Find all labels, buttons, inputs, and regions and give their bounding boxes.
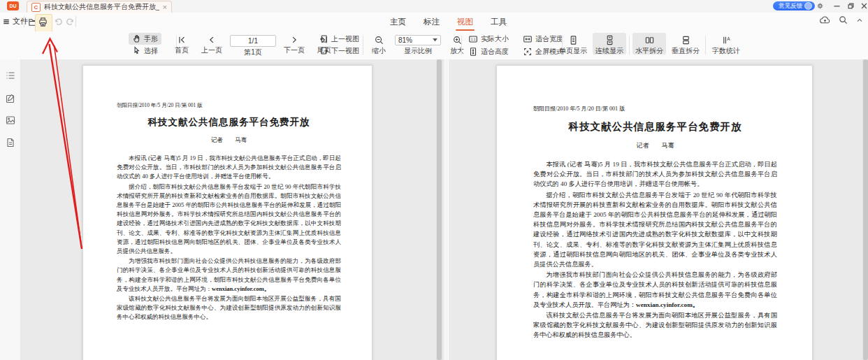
svg-text:A: A [727,36,730,41]
horizontal-split-button[interactable]: 水平拆分 [632,33,666,55]
document-pane-left[interactable]: 朝阳日报/2010 年/5 月/20 日/第 001 版 科技文献公共信息服务平… [21,59,444,360]
fit-width-icon [523,34,533,44]
page-number-input[interactable] [230,35,276,47]
fullscreen-icon [523,47,533,57]
zoom-ratio-control: 81% 显示比例 [391,33,444,55]
horizontal-split-icon [644,35,655,45]
next-page-label: 下一页 [284,47,305,54]
tab-view[interactable]: 视图 [456,14,475,30]
collapse-ribbon-icon[interactable] [855,16,864,24]
prev-view-label: 上一视图 [331,36,359,43]
svg-text:1:1: 1:1 [471,37,476,41]
right-pane-scrollbar[interactable] [862,59,868,360]
scrollbar-thumb[interactable] [863,59,868,360]
tab-home[interactable]: 主页 [389,14,407,30]
annotation-panel-icon[interactable] [5,93,16,104]
left-pane-scrollbar[interactable] [436,59,442,360]
zoom-ratio-value: 81% [398,36,412,44]
article-title: 科技文献公共信息服务平台免费开放 [117,116,341,129]
page-number-control: 第1页 [228,33,278,56]
actual-size-button[interactable]: 1:1 实际大小 [465,33,512,45]
vertical-split-button[interactable]: 垂直拆分 [669,33,702,55]
tab-title: 科技文献公共信息服务平台免费开放_记··· [44,2,159,12]
zoom-ratio-dropdown[interactable]: 81% [395,35,441,45]
word-count-icon: A [721,35,732,45]
hand-tool-button[interactable]: 手形 [129,33,161,45]
search-icon[interactable] [838,15,848,25]
paragraph: 据介绍，朝阳市科技文献公共信息服务平台发端于 20 世纪 90 年代朝阳市科学技… [117,182,341,257]
platform-url: wenxian.cyinfor.com。 [212,285,270,292]
next-view-icon [319,46,328,55]
outline-panel-icon[interactable] [5,70,16,81]
menu-bar: 文件 主页 标注 视图 工具 [0,13,868,31]
paragraph: 为增强我市科技部门面向社会公众提供公共科技信息服务的能力，为各级政府部门的科学决… [533,270,777,310]
pointer-mode-group: 手形 选择 [129,33,161,57]
redo-button[interactable] [63,15,77,29]
tab-close-icon[interactable]: × [163,3,167,11]
page-navigation-group: 首页 上一页 第1页 下一页 尾页 [168,33,338,56]
dateline: 朝阳日报/2010 年/5 月/20 日/第 001 版 [533,105,777,113]
app-logo-icon[interactable]: DU [7,1,19,10]
select-tool-label: 选择 [144,48,158,55]
select-cursor-icon [132,46,141,55]
fit-height-label: 适合高度 [481,48,509,55]
prev-view-button[interactable]: 上一视图 [316,33,363,45]
tab-annotate[interactable]: 标注 [422,14,441,30]
summary-panel-icon[interactable] [5,137,16,148]
chevron-down-icon [433,38,437,42]
actual-size-icon: 1:1 [468,34,478,44]
word-count-label: 字数统计 [712,48,740,55]
settings-gear-icon[interactable] [815,1,825,10]
fit-group: 1:1 实际大小 适合宽度 适合高度 全屏模式 [465,33,567,57]
view-toolbar: 手形 选择 首页 上一页 第1页 [0,31,868,60]
article-title: 科技文献公共信息服务平台免费开放 [533,120,777,134]
continuous-display-button[interactable]: 连续显示 [593,33,626,55]
ribbon-tabs: 主页 标注 视图 工具 [389,13,508,31]
divider [24,16,24,27]
print-button[interactable] [36,15,50,29]
paragraph: 本报讯 (记者 马骞)5 月 19 日，我市科技文献公共信息服务平台正式启动，即… [117,154,341,182]
byline: 记者 马骞 [117,136,341,145]
vertical-split-label: 垂直拆分 [672,48,700,55]
select-tool-button[interactable]: 选择 [129,45,161,57]
first-page-button[interactable]: 首页 [168,33,196,56]
prev-page-label: 上一页 [201,47,222,54]
paragraph: 本报讯 (记者 马骞)5 月 19 日，我市科技文献公共信息服务平台正式启动，即… [533,159,777,189]
next-page-button[interactable]: 下一页 [278,33,310,56]
feedback-button[interactable]: 意见反馈 [773,1,815,10]
menu-right-actions [819,15,864,25]
printer-icon [38,17,48,27]
minimize-button[interactable] [832,1,841,10]
next-page-icon [289,35,299,45]
prev-page-button[interactable]: 上一页 [196,33,228,56]
cloud-upload-icon[interactable] [819,15,831,25]
undo-icon [54,17,64,27]
fit-height-button[interactable]: 适合高度 [465,45,512,57]
next-view-label: 下一视图 [331,48,359,55]
single-page-button[interactable]: 单页显示 [556,33,590,55]
document-tab[interactable]: C 科技文献公共信息服务平台免费开放_记··· × [27,1,172,13]
word-count-button[interactable]: A 字数统计 [709,33,744,55]
continuous-display-icon [605,35,615,45]
next-view-button[interactable]: 下一视图 [316,45,363,57]
document-pane-right[interactable]: 朝阳日报/2010 年/5 月/20 日/第 001 版 科技文献公共信息服务平… [449,59,868,360]
zoom-out-icon [374,35,384,45]
images-panel-icon[interactable] [5,115,16,126]
close-button[interactable] [859,1,868,10]
scrollbar-thumb[interactable] [437,59,442,360]
pdf-reader-window: DU C 科技文献公共信息服务平台免费开放_记··· × 意见反馈 [0,0,868,360]
byline: 记者 马骞 [533,141,777,150]
article-body: 本报讯 (记者 马骞)5 月 19 日，我市科技文献公共信息服务平台正式启动，即… [533,159,777,340]
hand-icon [132,34,141,43]
restore-button[interactable] [846,1,855,10]
feedback-label: 意见反馈 [779,2,802,10]
document-workspace: 朝阳日报/2010 年/5 月/20 日/第 001 版 科技文献公共信息服务平… [0,59,868,360]
paragraph: 据介绍，朝阳市科技文献公共信息服务平台发端于 20 世纪 90 年代朝阳市科学技… [533,190,777,270]
zoom-out-button[interactable]: 缩小 [366,33,391,55]
paragraph: 该科技文献公共信息服务平台将发展为面向朝阳本地区开展公益型服务，具有国家级馆藏的… [117,294,341,322]
paragraph: 该科技文献公共信息服务平台将发展为面向朝阳本地区开展公益型服务，具有国家级馆藏的… [533,310,777,340]
divider [363,36,363,55]
horizontal-split-label: 水平拆分 [635,48,663,55]
tab-tools[interactable]: 工具 [489,14,508,30]
single-page-icon [568,35,579,45]
